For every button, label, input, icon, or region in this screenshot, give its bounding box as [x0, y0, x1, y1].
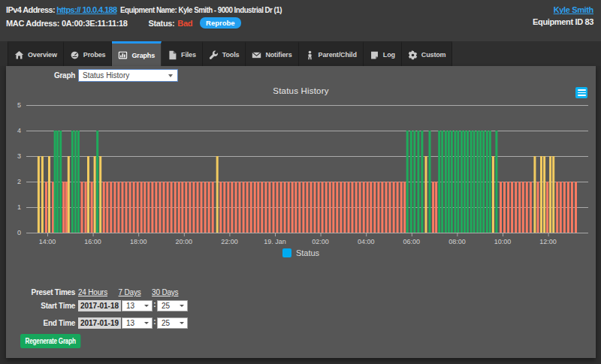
equipment-header: IPv4 Address:https:// 10.0.4.188Equipmen… — [0, 0, 601, 41]
status-bar — [178, 182, 180, 233]
status-bar — [129, 182, 131, 233]
graph-picker-label: Graph — [6, 69, 75, 82]
start-minute-select[interactable]: 25 — [157, 300, 188, 311]
start-time-label: Start Time — [6, 302, 75, 310]
status-bar — [231, 182, 233, 233]
status-bar — [227, 182, 229, 233]
preset-7-days-link[interactable]: 7 Days — [119, 288, 141, 296]
chart-menu-button[interactable] — [575, 87, 587, 98]
tab-log[interactable]: Log — [364, 41, 402, 66]
chart-title: Status History — [6, 86, 596, 95]
status-bar — [261, 182, 263, 233]
status-bar — [181, 182, 183, 233]
preset-links: 24 Hours 7 Days 30 Days — [78, 288, 187, 296]
y-axis-label: 4 — [17, 127, 21, 134]
status-bar — [373, 182, 376, 233]
x-axis-labels: 14:0016:0018:0020:0022:0019. Jan02:0004:… — [39, 238, 557, 245]
regenerate-graph-button[interactable]: Regenerate Graph — [20, 334, 80, 348]
status-bar — [250, 182, 252, 233]
barchart-icon — [118, 50, 128, 60]
start-hour-value: 13 — [126, 302, 134, 310]
status-bar — [91, 182, 93, 233]
status-bar — [185, 182, 187, 233]
start-hour-select[interactable]: 13 — [122, 300, 153, 311]
tab-notifiers[interactable]: Notifiers — [246, 41, 298, 66]
status-bar — [546, 182, 548, 233]
status-bar — [473, 131, 476, 233]
preset-24-hours-link[interactable]: 24 Hours — [78, 288, 107, 296]
tab-label: Tools — [222, 51, 240, 59]
status-bars — [38, 131, 577, 233]
reprobe-button[interactable]: Reprobe — [200, 17, 241, 29]
preset-30-days-link[interactable]: 30 Days — [152, 288, 178, 296]
graph-select[interactable]: Status History — [78, 69, 178, 82]
status-bar — [243, 182, 245, 233]
status-bar — [189, 182, 191, 233]
status-bar — [352, 182, 354, 233]
status-label: Status: — [149, 19, 175, 28]
ipv4-address-link[interactable]: https:// 10.0.4.188 — [56, 5, 116, 14]
status-bar — [451, 131, 453, 233]
status-bar — [208, 182, 210, 233]
status-bar — [94, 156, 96, 233]
status-bar — [59, 131, 62, 233]
status-bar — [567, 182, 569, 233]
status-bar — [318, 182, 320, 233]
tab-label: Custom — [421, 51, 446, 59]
status-bar — [306, 182, 308, 233]
status-bar — [425, 156, 427, 233]
tab-tools[interactable]: Tools — [203, 41, 246, 66]
status-bar — [298, 182, 300, 233]
tab-parent-child[interactable]: Parent/Child — [299, 41, 364, 66]
status-bar — [461, 131, 463, 233]
x-axis-label: 19. Jan — [264, 238, 286, 245]
chevron-down-icon — [144, 322, 149, 324]
status-bar — [74, 131, 77, 233]
status-bar — [45, 182, 47, 233]
status-bar — [219, 182, 222, 233]
chevron-down-icon — [180, 305, 184, 307]
status-bar — [314, 182, 316, 233]
end-hour-select[interactable]: 13 — [122, 317, 153, 329]
status-bar — [167, 182, 169, 233]
status-bar — [417, 131, 419, 233]
user-link[interactable]: Kyle Smith — [533, 5, 593, 14]
status-bar — [163, 182, 165, 233]
status-bar — [99, 156, 101, 233]
tab-label: Probes — [83, 51, 106, 59]
status-bar — [464, 131, 466, 233]
status-bar — [406, 131, 409, 233]
chart-legend[interactable]: Status — [6, 248, 596, 257]
start-date-input[interactable] — [78, 300, 121, 311]
status-bar — [87, 156, 89, 233]
end-minute-select[interactable]: 25 — [157, 317, 188, 329]
tab-custom[interactable]: Custom — [402, 41, 453, 66]
end-date-input[interactable] — [78, 317, 121, 329]
tab-probes[interactable]: Probes — [64, 41, 113, 66]
status-bar — [147, 182, 149, 233]
end-minute-value: 25 — [162, 319, 170, 327]
tab-graphs[interactable]: Graphs — [112, 41, 162, 67]
equipment-name: Equipment Name: Kyle Smith - 9000 Indust… — [120, 5, 282, 14]
status-bar — [56, 131, 59, 233]
status-bar — [381, 182, 383, 233]
status-bar — [106, 182, 108, 233]
equipment-name-value: Kyle Smith - 9000 Industrial Dr (1) — [179, 5, 282, 14]
log-icon — [370, 50, 379, 60]
status-bar — [332, 182, 334, 233]
status-bar — [54, 131, 56, 233]
status-bar — [563, 182, 566, 233]
graph-select-value: Status History — [83, 71, 129, 80]
status-bar — [448, 131, 450, 233]
tab-label: Files — [181, 51, 196, 59]
equipment-id: Equipment ID 83 — [533, 17, 593, 26]
status-bar — [454, 131, 456, 233]
status-history-chart: 01234514:0016:0018:0020:0022:0019. Jan02… — [6, 101, 596, 248]
status-bar — [329, 182, 331, 233]
x-axis-label: 20:00 — [176, 238, 193, 245]
status-bar — [85, 182, 87, 233]
tab-files[interactable]: Files — [162, 41, 203, 66]
status-bar — [393, 182, 395, 233]
y-axis-labels: 012345 — [17, 101, 21, 236]
tab-overview[interactable]: Overview — [8, 41, 64, 66]
